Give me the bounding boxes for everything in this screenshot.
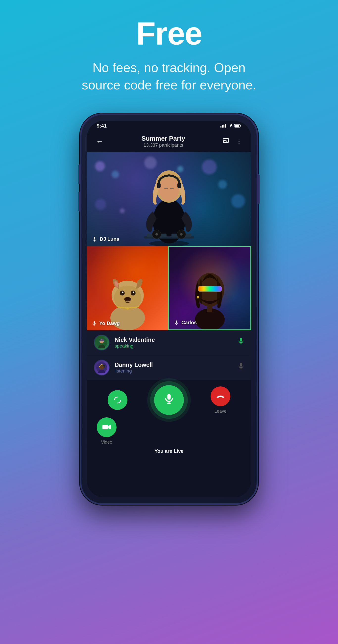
svg-point-13	[159, 177, 179, 201]
mic-main-button[interactable]	[154, 385, 184, 415]
controls-row: Leave	[94, 385, 244, 415]
dj-luna-label: DJ Luna	[92, 236, 119, 242]
wifi-icon	[228, 124, 232, 128]
svg-point-30	[131, 290, 136, 296]
participant-count: 13,337 participants	[143, 142, 183, 148]
svg-marker-67	[108, 425, 111, 429]
video-label: Video	[101, 440, 112, 445]
dj-figure	[132, 162, 206, 246]
danny-info: Danny Lowell listening	[115, 362, 233, 374]
svg-rect-44	[176, 320, 177, 323]
phone-mockup: 9:41	[80, 114, 258, 505]
lower-video-row: Yo Dawg	[87, 246, 251, 330]
danny-avatar	[94, 360, 110, 376]
svg-rect-66	[102, 425, 108, 429]
video-carlos: Carlos	[168, 246, 251, 330]
danny-status: listening	[115, 368, 233, 374]
participant-nick[interactable]: Nick Valentine speaking	[87, 330, 251, 355]
svg-rect-49	[99, 340, 104, 341]
mic-icon-dj	[92, 236, 97, 242]
svg-point-29	[120, 290, 125, 296]
nick-avatar-img	[96, 337, 107, 348]
nick-avatar	[94, 335, 110, 350]
flip-button[interactable]	[108, 390, 127, 410]
hero-subtitle: No fees, no tracking. Open source code f…	[75, 59, 263, 94]
header-actions: ⋮	[223, 138, 242, 145]
nick-status: speaking	[115, 343, 233, 349]
yo-dawg-label: Yo Dawg	[92, 320, 120, 326]
svg-point-20	[155, 233, 158, 236]
svg-rect-36	[94, 321, 95, 324]
flip-circle[interactable]	[108, 390, 127, 410]
nick-mic-icon	[238, 338, 244, 348]
status-icons	[221, 124, 241, 128]
svg-rect-42	[198, 286, 222, 292]
svg-point-9	[223, 142, 224, 143]
svg-rect-58	[240, 363, 242, 366]
cast-icon	[223, 138, 230, 144]
controls-area: Leave Video You ar	[87, 380, 251, 462]
danny-avatar-img	[96, 362, 107, 373]
channel-title: Summer Party	[142, 135, 185, 142]
video-icon	[102, 424, 111, 431]
svg-point-4	[230, 127, 231, 128]
svg-point-22	[180, 233, 183, 236]
leave-label: Leave	[214, 409, 226, 414]
svg-rect-15	[177, 183, 181, 188]
danny-name: Danny Lowell	[115, 362, 233, 368]
svg-rect-7	[241, 125, 241, 126]
phone-screen: 9:41	[87, 121, 251, 497]
carlos-figure	[183, 260, 237, 330]
video-circle[interactable]	[97, 417, 117, 437]
svg-point-57	[103, 366, 105, 367]
svg-rect-6	[235, 125, 239, 127]
app-header: ← Summer Party 13,337 participants ⋮	[87, 131, 251, 152]
svg-point-34	[125, 297, 130, 300]
mic-main-circle[interactable]	[154, 385, 184, 415]
video-button[interactable]: Video	[97, 417, 117, 445]
video-grid: DJ Luna	[87, 152, 251, 497]
status-time: 9:41	[97, 123, 107, 129]
more-menu-button[interactable]: ⋮	[236, 138, 242, 145]
mic-muted-icon	[238, 363, 244, 371]
carlos-label: Carlos	[174, 320, 197, 326]
nick-info: Nick Valentine speaking	[115, 336, 233, 349]
signal-icon	[221, 124, 226, 128]
svg-point-35	[126, 307, 129, 310]
danny-mic-icon	[238, 363, 244, 372]
video-btn-row: Video	[94, 417, 244, 445]
nick-name: Nick Valentine	[115, 336, 233, 343]
flip-icon	[113, 396, 122, 404]
participants-list: Nick Valentine speaking	[87, 330, 251, 380]
svg-rect-14	[157, 183, 161, 188]
svg-rect-1	[222, 125, 223, 128]
leave-circle[interactable]	[211, 386, 230, 406]
svg-point-31	[122, 292, 123, 293]
hero-title: Free	[136, 15, 202, 52]
back-button[interactable]: ←	[96, 137, 104, 146]
mic-main-icon	[163, 394, 175, 406]
main-video-dj-luna: DJ Luna	[87, 152, 251, 246]
header-center: Summer Party 13,337 participants	[142, 135, 185, 148]
svg-rect-3	[225, 124, 226, 128]
live-text: You are Live	[94, 448, 244, 454]
mic-active-icon	[238, 338, 244, 346]
video-yo-dawg: Yo Dawg	[87, 246, 168, 330]
mic-icon-dog	[92, 321, 97, 326]
svg-point-32	[133, 292, 134, 293]
battery-icon	[234, 124, 241, 128]
svg-rect-23	[94, 237, 95, 240]
participant-danny[interactable]: Danny Lowell listening	[87, 355, 251, 380]
svg-rect-50	[240, 338, 242, 342]
status-bar: 9:41	[87, 121, 251, 131]
mic-icon-carlos	[174, 320, 179, 325]
svg-rect-63	[167, 394, 170, 400]
svg-rect-0	[221, 126, 221, 128]
svg-rect-2	[223, 124, 224, 128]
svg-point-43	[197, 296, 199, 298]
leave-button[interactable]: Leave	[211, 386, 230, 414]
phone-end-icon	[216, 392, 225, 401]
cast-button[interactable]	[223, 138, 230, 145]
